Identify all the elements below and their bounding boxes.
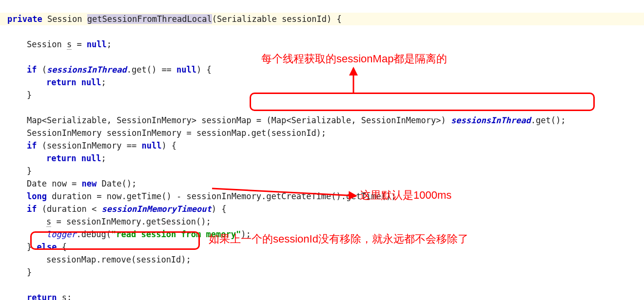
- field-logger: logger: [46, 229, 76, 239]
- kw-private: private: [7, 14, 42, 24]
- string-literal: "read session from memory": [111, 229, 241, 239]
- field-sessionsInThread: sessionsInThread: [47, 65, 127, 75]
- method-name: getSessionFromThreadLocal: [87, 14, 212, 24]
- field-sessionsInThread-2: sessionsInThread: [451, 115, 531, 125]
- var-s: s: [67, 39, 72, 50]
- code-block: private Session getSessionFromThreadLoca…: [0, 0, 644, 300]
- field-sessionInMemoryTimeout: sessionInMemoryTimeout: [102, 204, 212, 214]
